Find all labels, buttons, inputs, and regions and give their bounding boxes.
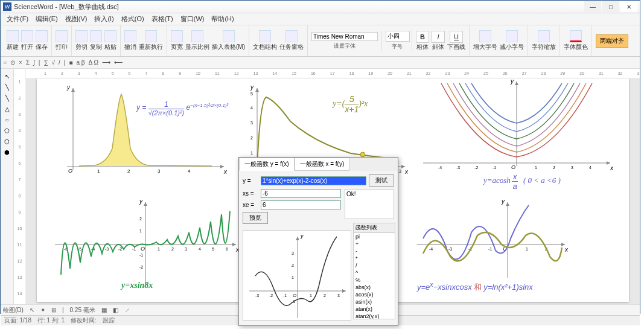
underline-button[interactable]: U下画线 [447,31,465,51]
svg-text:2: 2 [292,263,294,267]
svg-marker-14 [255,88,259,92]
tool-icon[interactable]: ◧ [113,307,118,313]
tab-x-fy[interactable]: 一般函数 x = f(y) [295,158,350,171]
symbol-item[interactable]: Σ [26,59,30,66]
menu-window[interactable]: 窗口(W) [177,14,208,24]
func-item[interactable]: * [354,255,395,262]
pagewidth-button[interactable]: 页宽 [171,30,183,51]
redo-button[interactable]: 重新执行 [139,30,163,51]
xs-label: xs = [243,190,258,197]
func-item[interactable]: atan2(y,x) [354,313,395,319]
tool-triangle[interactable]: △ [2,104,12,113]
func-item[interactable]: abs(x) [354,284,395,291]
symbol-item[interactable]: × [19,59,22,66]
svg-text:3: 3 [571,165,573,170]
tool-line2[interactable]: ╲ [2,93,12,103]
open-button[interactable]: 打开 [21,30,33,51]
func-item[interactable]: acos(x) [354,291,395,298]
fontcolor-button[interactable]: 字体颜色 [564,30,588,51]
func-item[interactable]: atan(x) [354,305,395,313]
cut-button[interactable]: 剪切 [75,30,88,51]
svg-text:4: 4 [250,106,253,110]
svg-text:-2: -2 [118,247,122,251]
xs-input[interactable] [261,189,341,198]
tool-icon[interactable]: ⊞ [51,307,56,313]
undo-button[interactable]: 撤消 [124,30,136,51]
titlebar: W ScienceWord - [Web_数学曲线.dsc] — □ ✕ [1,1,640,13]
menu-format[interactable]: 格式(O) [118,14,148,24]
tool-pointer[interactable]: ↖ [2,71,12,81]
menu-insert[interactable]: 插入(I) [91,14,117,24]
menu-file[interactable]: 文件(F) [3,14,32,24]
font-select[interactable]: Times New Roman [311,32,378,41]
function-dialog[interactable]: 一般函数 y = f(x) 一般函数 x = f(y) y = 测试 xs = … [238,157,398,326]
preview-button[interactable]: 预览 [243,212,268,224]
symbol-item[interactable]: ■ [69,59,72,66]
func-item[interactable]: / [354,262,395,269]
menu-table[interactable]: 表格(T) [148,14,177,24]
symbol-item[interactable]: ∑ [43,59,48,66]
symbol-item[interactable]: ∫ [33,59,35,66]
xe-input[interactable] [261,200,341,209]
status-modify: 修改时间: [71,316,97,325]
symbol-item[interactable]: ○ [3,59,7,66]
y-input[interactable] [261,176,366,185]
close-button[interactable]: ✕ [620,1,637,12]
menu-help[interactable]: 帮助(H) [208,14,237,24]
size-select[interactable]: 小四 [386,31,410,42]
function-list[interactable]: 函数列表 pi + - * / ^ % abs(x) acos(x) asin(… [353,223,395,319]
chart-label: y=acoshxa ( 0 < a <6 ) [483,172,561,191]
func-item[interactable]: ^ [354,269,395,276]
smaller-button[interactable]: 减小字号 [500,30,524,51]
func-item[interactable]: asin(x) [354,298,395,305]
symbol-item[interactable]: Δ Ω [89,59,98,66]
svg-text:y: y [66,84,71,91]
svg-marker-55 [144,202,147,206]
symbol-item[interactable]: ⊙ [10,59,15,66]
maximize-button[interactable]: □ [602,1,619,12]
charspace-button[interactable]: 字符缩放 [532,30,556,51]
test-button[interactable]: 测试 [369,174,394,187]
symbol-item[interactable]: ⟵ [114,59,123,66]
tool-line[interactable]: ╲ [2,82,12,92]
tool-shape[interactable]: ⬢ [2,147,12,157]
symbol-item[interactable]: a β [77,59,85,66]
tool-pentagon[interactable]: ⬠ [2,126,12,135]
symbol-item[interactable]: √ [52,59,56,66]
taskpane-button[interactable]: 任务窗格 [279,30,304,51]
tool-icon[interactable]: ⟋ [124,307,130,313]
svg-text:1: 1 [97,168,100,174]
print-button[interactable]: 打印 [56,30,68,51]
save-button[interactable]: 保存 [36,30,48,51]
showscale-button[interactable]: 显示比例 [185,30,209,51]
svg-text:1: 1 [310,293,312,298]
copy-button[interactable]: 复制 [90,30,102,51]
inserttable-button[interactable]: 插入表格(M) [212,30,245,51]
minimize-button[interactable]: — [584,1,601,12]
new-button[interactable]: 新建 [7,30,19,51]
func-item[interactable]: - [354,248,395,255]
func-item[interactable]: % [354,276,395,284]
symbol-item[interactable]: ⟶ [102,59,110,66]
align-button[interactable]: 两端对齐 [596,34,628,48]
chart-label: y=(5x+1)²x [333,94,368,114]
symbol-item[interactable]: / [59,59,60,66]
paste-button[interactable]: 粘贴 [104,30,116,51]
italic-button[interactable]: I斜体 [432,31,445,51]
tool-hexagon[interactable]: ⬡ [2,136,12,146]
draw-menu[interactable]: 绘图(D) [3,306,24,315]
tool-icon[interactable]: ▦ [101,307,107,313]
menu-view[interactable]: 视图(V) [62,14,91,24]
svg-text:-3: -3 [255,293,259,298]
bold-button[interactable]: B粗体 [416,31,429,51]
func-item[interactable]: pi [354,233,395,240]
tool-icon[interactable]: ✦ [40,307,45,313]
tool-circle[interactable]: ○ [2,115,12,124]
bigger-button[interactable]: 增大字号 [473,30,497,51]
tool-icon[interactable]: ↖ [30,307,34,313]
docstruct-button[interactable]: 文档结构 [253,30,277,51]
status-linecol: 行: 1 列: 1 [37,316,65,325]
tab-y-fx[interactable]: 一般函数 y = f(x) [239,158,295,171]
func-item[interactable]: + [354,240,395,248]
menu-edit[interactable]: 编辑(E) [32,14,62,24]
